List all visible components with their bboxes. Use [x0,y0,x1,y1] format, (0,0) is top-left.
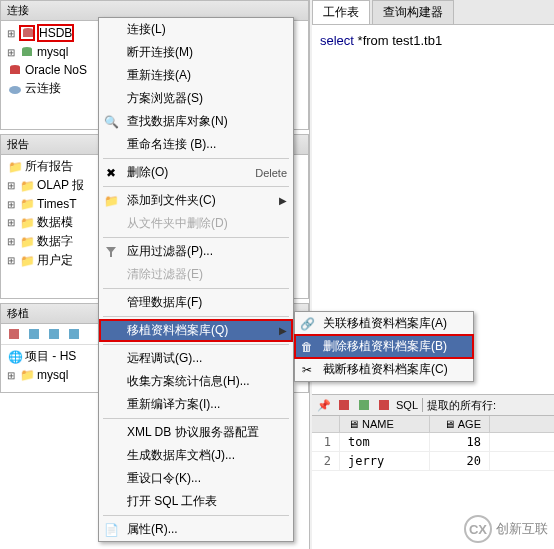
folder-icon: 📁 [19,253,35,269]
menu-separator [103,316,289,317]
db-icon[interactable] [356,397,372,413]
migration-submenu: 🔗关联移植资料档案库(A) 🗑删除移植资料档案库(B) ✂截断移植资料档案库(C… [294,311,474,382]
results-grid: 🖥 NAME 🖥 AGE 1 tom 18 2 jerry 20 [312,416,554,471]
menu-gather-stats[interactable]: 收集方案统计信息(H)... [99,370,293,393]
tab-worksheet[interactable]: 工作表 [312,0,370,24]
submenu-arrow-icon: ▶ [279,195,287,206]
menu-delete[interactable]: ✖删除(O)Delete [99,161,293,184]
conn-label: Oracle NoS [25,63,87,77]
database-icon: 📁 [19,367,35,383]
folder-icon: 📁 [19,234,35,250]
svg-rect-3 [22,49,32,56]
menu-find-db-object[interactable]: 🔍查找数据库对象(N) [99,110,293,133]
conn-label: HSDB [37,24,74,42]
results-toolbar: 📌 SQL 提取的所有行: [312,395,554,416]
menu-schema-browser[interactable]: 方案浏览器(S) [99,87,293,110]
tool-icon-1[interactable] [7,327,21,341]
delete-icon: ✖ [103,165,119,181]
grid-col-rownum[interactable] [312,416,340,432]
tool-icon-4[interactable] [67,327,81,341]
search-icon: 🔍 [103,114,119,130]
expand-icon[interactable]: ⊞ [7,47,19,58]
tab-query-builder[interactable]: 查询构建器 [372,0,454,24]
sql-keyword: select [320,33,354,48]
svg-rect-8 [29,329,39,339]
tool-icon-2[interactable] [27,327,41,341]
logo-icon: CX [464,515,492,543]
menu-add-to-folder[interactable]: 📁添加到文件夹(C)▶ [99,189,293,212]
refresh-icon[interactable] [336,397,352,413]
folder-icon: 📁 [7,159,23,175]
menu-remote-debug[interactable]: 远程调试(G)... [99,347,293,370]
fetch-hint: 提取的所有行: [427,398,496,413]
menu-reconnect[interactable]: 重新连接(A) [99,64,293,87]
menu-remove-from-folder: 从文件夹中删除(D) [99,212,293,235]
filter-icon [103,244,119,260]
folder-add-icon: 📁 [103,193,119,209]
folder-icon: 📁 [19,178,35,194]
svg-rect-11 [339,400,349,410]
menu-rename-conn[interactable]: 重命名连接 (B)... [99,133,293,156]
context-menu: 连接(L) 断开连接(M) 重新连接(A) 方案浏览器(S) 🔍查找数据库对象(… [98,17,294,542]
watermark-text: 创新互联 [496,520,548,538]
menu-separator [103,418,289,419]
menu-clear-filter: 清除过滤器(E) [99,263,293,286]
pin-icon[interactable]: 📌 [316,397,332,413]
menu-recompile[interactable]: 重新编译方案(I)... [99,393,293,416]
right-panel: 工作表 查询构建器 select *from test1.tb1 📌 SQL 提… [312,0,554,549]
menu-xmldb[interactable]: XML DB 协议服务器配置 [99,421,293,444]
expand-icon[interactable]: ⊞ [7,28,19,39]
truncate-icon: ✂ [299,362,315,378]
submenu-truncate[interactable]: ✂截断移植资料档案库(C) [295,358,473,381]
folder-icon: 📁 [19,196,35,212]
editor-tabs: 工作表 查询构建器 [312,0,554,25]
menu-manage-db[interactable]: 管理数据库(F) [99,291,293,314]
menu-apply-filter[interactable]: 应用过滤器(P)... [99,240,293,263]
menu-separator [103,186,289,187]
database-icon [19,25,35,41]
menu-disconnect[interactable]: 断开连接(M) [99,41,293,64]
svg-rect-5 [10,67,20,74]
conn-label: mysql [37,45,68,59]
svg-rect-9 [49,329,59,339]
menu-separator [103,158,289,159]
delete-db-icon: 🗑 [299,339,315,355]
watermark: CX 创新互联 [464,515,548,543]
grid-row[interactable]: 1 tom 18 [312,433,554,452]
menu-reset-pwd[interactable]: 重设口令(K)... [99,467,293,490]
stop-icon[interactable] [376,397,392,413]
database-icon [7,62,23,78]
grid-col-name[interactable]: 🖥 NAME [340,416,430,432]
menu-properties[interactable]: 📄属性(R)... [99,518,293,541]
svg-rect-12 [359,400,369,410]
svg-rect-1 [23,30,33,37]
menu-open-sql[interactable]: 打开 SQL 工作表 [99,490,293,513]
menu-gen-doc[interactable]: 生成数据库文档(J)... [99,444,293,467]
menu-separator [103,344,289,345]
menu-separator [103,237,289,238]
menu-migration-repo[interactable]: 移植资料档案库(Q)▶ [99,319,293,342]
submenu-arrow-icon: ▶ [279,325,287,336]
tool-icon-3[interactable] [47,327,61,341]
grid-col-age[interactable]: 🖥 AGE [430,416,490,432]
sql-label: SQL [396,399,418,411]
link-icon: 🔗 [299,316,315,332]
project-icon: 🌐 [7,349,23,365]
cloud-icon [7,81,23,97]
folder-icon: 📁 [19,215,35,231]
menu-connect[interactable]: 连接(L) [99,18,293,41]
svg-rect-7 [9,329,19,339]
submenu-delete-repo[interactable]: 🗑删除移植资料档案库(B) [295,335,473,358]
menu-separator [103,288,289,289]
svg-rect-13 [379,400,389,410]
svg-point-6 [9,86,21,94]
conn-label: 云连接 [25,80,61,97]
submenu-associate[interactable]: 🔗关联移植资料档案库(A) [295,312,473,335]
sql-text: *from test1.tb1 [354,33,442,48]
database-icon [19,44,35,60]
properties-icon: 📄 [103,522,119,538]
grid-header: 🖥 NAME 🖥 AGE [312,416,554,433]
menu-separator [103,515,289,516]
grid-row[interactable]: 2 jerry 20 [312,452,554,471]
svg-rect-10 [69,329,79,339]
